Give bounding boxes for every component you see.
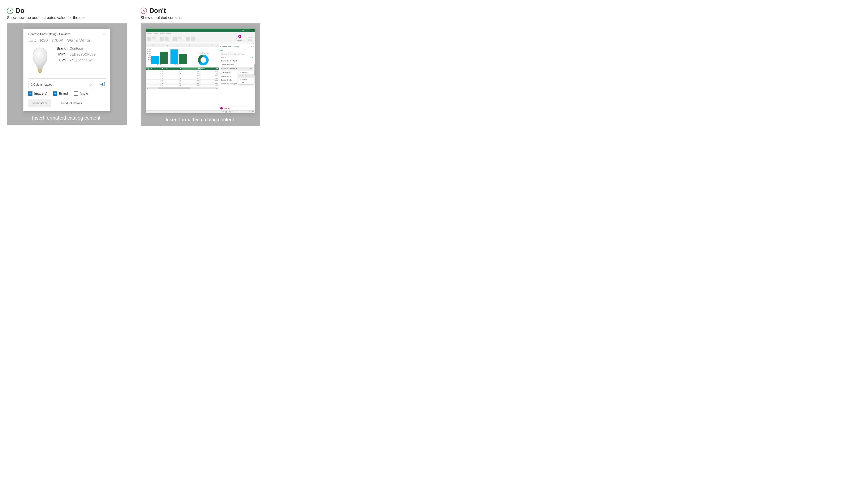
table-cell[interactable]: 0.00	[164, 77, 182, 79]
table-cell[interactable]: 0.00	[146, 80, 164, 82]
table-cell[interactable]: 2,872.00	[200, 84, 219, 87]
close-icon[interactable]: ×	[250, 29, 254, 31]
spreadsheet-area[interactable]: G H I J K $6,000 $5,000	[146, 44, 219, 110]
taskpane-list-item[interactable]: Contoso 60 - 65w Equal	[221, 59, 254, 63]
context-format[interactable]: ⚙Format	[238, 78, 254, 81]
taskpane-menu-icon[interactable]: ▾	[251, 45, 252, 47]
table-cell[interactable]: 0.00	[146, 82, 164, 84]
view-break-icon[interactable]: ▤	[228, 111, 231, 113]
table-cell[interactable]: 0.00	[182, 70, 200, 72]
view-normal-icon[interactable]: ▦	[222, 111, 224, 113]
scroll-left-icon[interactable]: ◀	[146, 87, 148, 89]
table-cell[interactable]: 0.00	[200, 80, 219, 82]
filter-icon[interactable]: ▾	[198, 68, 200, 69]
minimize-icon[interactable]: —	[241, 29, 245, 31]
layout-dropdown[interactable]: 2 Column Layout	[28, 81, 94, 88]
ribbon-button[interactable]	[152, 39, 156, 39]
table-cell[interactable]: 0.00	[200, 70, 219, 72]
taskpane-list-item[interactable]: Contoso 60 - 65w Equal•••	[221, 67, 254, 70]
filter-icon[interactable]: ▾	[180, 68, 181, 69]
taskpane-footer-label[interactable]: Contoso	[224, 107, 230, 109]
table-cell[interactable]: 0.00	[182, 77, 200, 79]
table-cell[interactable]: 0.00	[146, 70, 164, 72]
table-cell[interactable]: 225.50	[182, 84, 200, 87]
addin-ribbon-button[interactable]: Parts Catalog Contoso	[236, 35, 243, 41]
table-row[interactable]: 0.000.000.000.00	[146, 77, 219, 80]
ribbon-button[interactable]	[160, 37, 164, 41]
table-cell[interactable]: 0.00	[200, 77, 219, 79]
product-details-button[interactable]: Product details	[57, 100, 86, 107]
column-header[interactable]: J	[190, 44, 204, 47]
table-cell[interactable]: 0.00	[200, 73, 219, 75]
scroll-right-icon[interactable]: ▶	[216, 87, 218, 89]
filter-icon[interactable]: ▾	[217, 68, 218, 69]
column-header[interactable]: K	[204, 44, 219, 47]
zoom-level[interactable]: 100%	[251, 111, 254, 113]
column-header[interactable]: G	[146, 44, 160, 47]
table-cell[interactable]: 0.00	[146, 73, 164, 75]
table-row[interactable]: 0.000.000.000.00	[146, 80, 219, 82]
brand-checkbox[interactable]: Brand	[53, 91, 68, 96]
table-cell[interactable]: 0.00	[164, 70, 182, 72]
table-cell[interactable]: 0.00	[146, 75, 164, 77]
context-insert[interactable]: ⇥Insert	[238, 74, 254, 78]
column-header[interactable]: I	[175, 44, 190, 47]
ribbon-button[interactable]	[178, 39, 182, 39]
list-view-icon[interactable]: ≡	[250, 56, 251, 58]
angle-checkbox[interactable]: Angle	[74, 91, 88, 96]
ribbon-collapse-icon[interactable]: ⌵	[253, 42, 254, 44]
table-row[interactable]: 0.000.000.000.00	[146, 82, 219, 84]
ribbon-button[interactable]	[186, 37, 190, 41]
table-cell[interactable]: 0.00	[182, 75, 200, 77]
close-icon[interactable]: ×	[253, 45, 254, 47]
more-icon[interactable]: •••	[250, 68, 253, 69]
column-header[interactable]: H	[160, 44, 175, 47]
table-header-cell[interactable]: ▾	[182, 67, 200, 70]
sort-label[interactable]: Name	[221, 56, 224, 58]
grid-view-icon[interactable]: ▦	[252, 56, 254, 58]
table-cell[interactable]: 0.00	[200, 75, 219, 77]
table-row[interactable]: 0.000.00225.502,872.00	[146, 84, 219, 87]
ribbon-button[interactable]	[248, 37, 252, 38]
context-preview[interactable]: ◎Preview	[238, 71, 254, 74]
ribbon-tab[interactable]	[166, 33, 171, 34]
table-cell[interactable]: 0.00	[146, 77, 164, 79]
pin-icon[interactable]	[100, 82, 105, 87]
view-layout-icon[interactable]: ▥	[225, 111, 228, 113]
horizontal-scrollbar[interactable]: ◀ ▶	[146, 87, 219, 89]
table-cell[interactable]: 0.00	[164, 82, 182, 84]
zoom-slider[interactable]	[234, 112, 248, 112]
taskpane-list-item[interactable]: Contoso 85w Equal	[221, 63, 254, 67]
ribbon-button[interactable]	[191, 37, 195, 41]
ribbon-tab[interactable]	[147, 33, 152, 34]
zoom-in-icon[interactable]: +	[249, 111, 250, 113]
zoom-out-icon[interactable]: −	[231, 111, 232, 113]
ribbon-button[interactable]	[248, 39, 252, 40]
table-cell[interactable]: 0.00	[146, 84, 164, 87]
table-cell[interactable]: 0.00	[164, 80, 182, 82]
insert-item-button[interactable]: Insert item	[28, 100, 51, 107]
table-cell[interactable]: 0.00	[182, 82, 200, 84]
context-pin[interactable]: ⟟Pin	[238, 81, 254, 84]
maximize-icon[interactable]: □	[246, 29, 250, 31]
ribbon-button[interactable]	[173, 37, 177, 41]
ribbon-button[interactable]	[147, 37, 151, 41]
table-cell[interactable]: 0.00	[164, 84, 182, 87]
table-cell[interactable]: 0.00	[182, 80, 200, 82]
images-checkbox[interactable]: Image(s)	[28, 91, 47, 96]
table-cell[interactable]: 0.00	[164, 73, 182, 75]
close-icon[interactable]: ×	[103, 32, 105, 36]
table-header-cell[interactable]: Projected▾	[146, 67, 164, 70]
table-header-cell[interactable]: Actual▾	[164, 67, 182, 70]
table-cell[interactable]: 0.00	[164, 75, 182, 77]
table-cell[interactable]: 0.00	[182, 73, 200, 75]
table-row[interactable]: 0.000.000.000.00	[146, 73, 219, 75]
table-row[interactable]: 0.000.000.000.00	[146, 75, 219, 77]
table-cell[interactable]: 0.00	[200, 82, 219, 84]
ribbon-button[interactable]	[178, 37, 182, 38]
scrollbar-thumb[interactable]	[158, 88, 190, 89]
table-header-cell[interactable]: TOTAL▾	[200, 67, 219, 70]
hamburger-icon[interactable]	[219, 49, 255, 52]
ribbon-button[interactable]	[152, 37, 156, 38]
ribbon-button[interactable]	[165, 37, 169, 41]
